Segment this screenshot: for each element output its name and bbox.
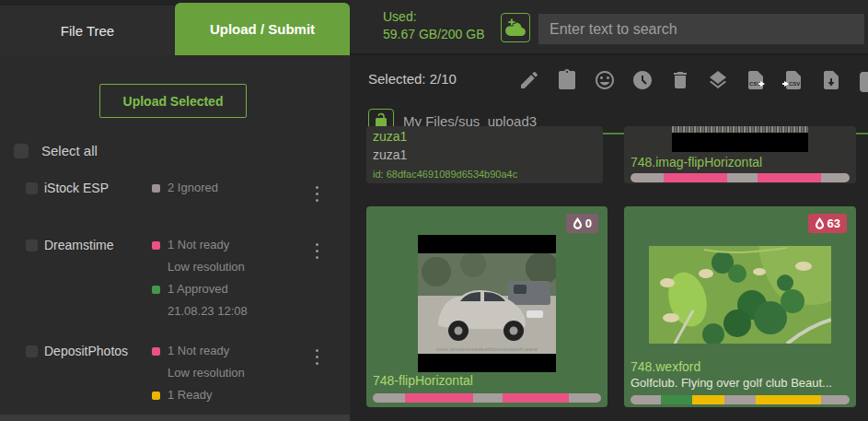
bar-segment: [631, 173, 664, 182]
upload-progress-bar: [373, 393, 601, 403]
agency-checkbox[interactable]: [26, 345, 38, 357]
select-all-label: Select all: [41, 143, 98, 158]
sidebar: File Tree Upload / Submit Upload Selecte…: [0, 0, 350, 421]
file-card-zuza1[interactable]: zuza1 zuza1 id: 68dfac4691089d6534b90a4c: [366, 126, 603, 183]
edit-pencil-icon[interactable]: [518, 69, 540, 91]
bar-segment: [405, 393, 473, 403]
clock-icon[interactable]: [631, 69, 654, 91]
upload-progress-bar: [631, 395, 850, 404]
status-color-square: [152, 184, 160, 193]
tab-file-tree[interactable]: File Tree: [0, 6, 175, 55]
storage-used-value: 59.67 GB/200 GB: [383, 26, 485, 43]
paste-icon[interactable]: [556, 69, 578, 91]
file-description: Golfclub. Flying over golf club Beaut...: [631, 376, 832, 390]
file-download-icon[interactable]: [820, 69, 842, 91]
file-title: 748.imag-flipHorizontal: [631, 155, 762, 170]
trash-icon[interactable]: [669, 69, 691, 91]
main-topbar: Used: 59.67 GB/200 GB: [350, 0, 868, 55]
file-subtitle: zuza1: [373, 147, 407, 162]
layers-icon[interactable]: [707, 69, 729, 91]
bar-segment: [664, 173, 727, 182]
bar-segment: [569, 393, 601, 403]
status-color-square: [152, 241, 160, 250]
badge-value: 0: [585, 216, 592, 230]
agency-menu-icon[interactable]: [314, 347, 320, 367]
tab-bar: File Tree Upload / Submit: [0, 0, 350, 55]
similarity-badge: 0: [566, 214, 598, 233]
agency-status-list: 1 Not ready Low resolution 1 Ready: [152, 344, 304, 410]
status-text: 1 Not ready: [168, 344, 229, 357]
agency-name: iStock ESP: [44, 181, 109, 195]
file-title: 748.wexford: [631, 359, 700, 374]
partial-file-icon[interactable]: [860, 72, 868, 92]
status-color-square: [152, 392, 160, 400]
selected-count-label: Selected: 2/10: [368, 71, 457, 87]
redacted-block: [672, 133, 808, 152]
agency-menu-icon[interactable]: [314, 184, 320, 204]
status-text: 1 Not ready: [168, 238, 229, 251]
status-text: 2 Ignored: [168, 181, 218, 194]
agency-status-list: 1 Not ready Low resolution 1 Approved 21…: [152, 238, 304, 326]
bar-segment: [373, 393, 405, 403]
status-line: 1 Not ready: [152, 238, 304, 260]
bar-segment: [821, 395, 850, 404]
status-text: 1 Approved: [168, 282, 228, 296]
status-line: 1 Ready: [152, 388, 304, 410]
status-color-square: [152, 347, 160, 356]
file-title: zuza1: [373, 129, 407, 144]
status-line: 1 Approved: [152, 282, 304, 304]
cloud-plus-icon: [505, 18, 526, 39]
drop-icon: [573, 217, 583, 229]
bar-segment: [724, 395, 755, 404]
storage-used-label: Used:: [383, 8, 485, 26]
bar-segment: [473, 393, 503, 403]
file-card-imag-fliphorizontal[interactable]: 748.imag-flipHorizontal: [624, 126, 856, 183]
agency-name: DepositPhotos: [44, 344, 128, 358]
upload-progress-bar: [631, 173, 850, 182]
svg-text:CSV: CSV: [789, 81, 800, 87]
bar-segment: [758, 173, 821, 182]
status-date: 21.08.23 12:08: [152, 304, 304, 326]
status-text: 1 Ready: [168, 388, 212, 402]
badge-value: 63: [827, 216, 840, 230]
csv-import-icon[interactable]: CSV: [782, 69, 804, 91]
agency-checkbox[interactable]: [26, 240, 38, 251]
horizontal-scrollbar[interactable]: [0, 415, 350, 421]
agency-status-list: 2 Ignored: [152, 181, 304, 203]
similarity-badge: 63: [808, 214, 847, 233]
agency-checkbox[interactable]: [26, 182, 38, 194]
mirrored-watermark: www.thisautomobiledoesnotexist.com: [418, 346, 556, 352]
status-line: 1 Not ready: [152, 344, 304, 366]
drop-icon: [815, 217, 825, 229]
status-line: Low resolution: [152, 260, 304, 282]
main-content: Selected: 2/10 CSV: [350, 57, 868, 421]
agency-menu-icon[interactable]: [314, 241, 320, 261]
thumbnail-clipped: [672, 126, 808, 133]
toolbar-icons: CSV CSV: [518, 69, 842, 91]
golf-thumbnail: [649, 246, 831, 344]
status-line: Low resolution: [152, 366, 304, 388]
car-thumbnail: www.thisautomobiledoesnotexist.com: [418, 235, 556, 372]
main-panel: Used: 59.67 GB/200 GB Selected: 2/10: [350, 0, 868, 421]
agency-name: Dreamstime: [44, 238, 113, 252]
bar-segment: [821, 173, 850, 182]
file-card-fliphorizontal[interactable]: 0 www.thisautomob: [366, 206, 608, 407]
bar-segment: [661, 395, 691, 404]
search-input[interactable]: [538, 14, 864, 44]
file-id: id: 68dfac4691089d6534b90a4c: [373, 169, 517, 180]
bar-segment: [692, 395, 725, 404]
storage-used: Used: 59.67 GB/200 GB: [383, 8, 485, 43]
select-all-checkbox[interactable]: [14, 144, 29, 158]
status-line: 2 Ignored: [152, 181, 304, 203]
bar-segment: [756, 395, 821, 404]
select-all-row: Select all: [14, 143, 98, 158]
cloud-upload-button[interactable]: [501, 13, 530, 42]
status-color-square: [152, 286, 160, 294]
file-card-wexford[interactable]: 63: [624, 206, 856, 407]
upload-selected-button[interactable]: Upload Selected: [99, 84, 247, 118]
csv-export-icon[interactable]: CSV: [745, 69, 767, 91]
bar-segment: [503, 393, 569, 403]
bar-segment: [727, 173, 758, 182]
smiley-icon[interactable]: [594, 69, 616, 91]
tab-upload-submit[interactable]: Upload / Submit: [175, 3, 350, 55]
